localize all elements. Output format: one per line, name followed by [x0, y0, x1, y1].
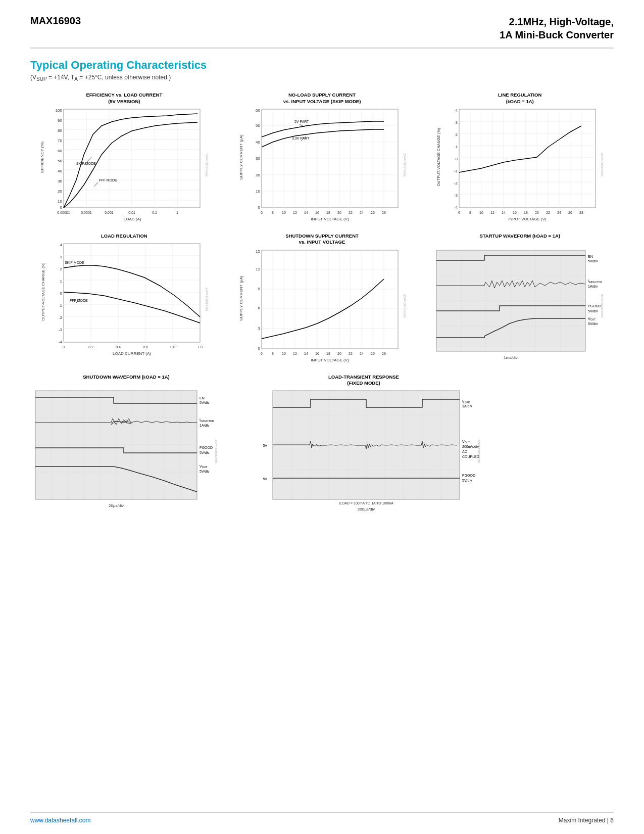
- svg-text:-3: -3: [59, 328, 63, 332]
- svg-text:EN: EN: [200, 396, 205, 400]
- svg-text:PGOOD: PGOOD: [200, 446, 213, 449]
- svg-text:24: 24: [557, 211, 561, 214]
- svg-text:3.3V PART: 3.3V PART: [292, 136, 310, 140]
- svg-text:0.0001: 0.0001: [81, 211, 92, 214]
- description: 2.1MHz, High-Voltage, 1A Mini-Buck Conve…: [500, 15, 614, 41]
- svg-text:12: 12: [490, 211, 494, 214]
- svg-text:0.6: 0.6: [143, 345, 148, 349]
- svg-text:14: 14: [304, 211, 308, 214]
- svg-text:26: 26: [568, 211, 572, 214]
- chart-startup-waveform: STARTUP WAVEFORM (IₗOAD = 1A) MAX16903 t…: [426, 233, 614, 364]
- svg-text:FFF MODE: FFF MODE: [99, 178, 117, 182]
- svg-text:22: 22: [349, 352, 353, 355]
- svg-text:5V/div: 5V/div: [588, 259, 598, 263]
- svg-text:SKIP MODE: SKIP MODE: [76, 162, 96, 165]
- startup-waveform-svg: MAX16903 toc06: [434, 248, 606, 364]
- svg-text:-1: -1: [454, 169, 458, 173]
- chart-startup-waveform-title: STARTUP WAVEFORM (IₗOAD = 1A): [479, 233, 560, 246]
- svg-text:0.2: 0.2: [88, 345, 93, 349]
- svg-text:200µs/div: 200µs/div: [358, 507, 375, 512]
- svg-text:OUTPUT-VOLTAGE CHANGE (%): OUTPUT-VOLTAGE CHANGE (%): [41, 262, 45, 321]
- svg-text:IINDUCTOR: IINDUCTOR: [588, 279, 603, 284]
- svg-text:INPUT VOLTAGE (V): INPUT VOLTAGE (V): [311, 358, 349, 362]
- svg-text:0.1: 0.1: [152, 211, 157, 214]
- svg-text:5V/div: 5V/div: [200, 401, 210, 404]
- svg-text:20: 20: [337, 211, 341, 214]
- svg-text:0: 0: [60, 291, 62, 296]
- svg-text:5V: 5V: [263, 444, 267, 447]
- svg-text:OUTPUT-VOLTAGE CHANGE (%): OUTPUT-VOLTAGE CHANGE (%): [436, 128, 441, 187]
- description-line1: 2.1MHz, High-Voltage,: [500, 15, 614, 28]
- section-title: Typical Operating Characteristics: [30, 59, 614, 72]
- svg-text:18: 18: [326, 211, 330, 214]
- svg-text:30: 30: [256, 156, 260, 161]
- no-load-chart-svg: MAX16903 toc02: [236, 107, 408, 223]
- svg-text:10: 10: [58, 199, 62, 204]
- svg-text:-1: -1: [59, 303, 63, 308]
- chart-shutdown-supply: SHUTDOWN SUPPLY CURRENT vs. INPUT VOLTAG…: [228, 233, 416, 364]
- svg-text:10: 10: [479, 211, 483, 214]
- svg-text:30: 30: [58, 179, 62, 183]
- svg-text:26: 26: [371, 211, 375, 214]
- svg-text:0.001: 0.001: [105, 211, 114, 214]
- svg-text:0: 0: [63, 345, 65, 349]
- svg-text:-4: -4: [59, 340, 63, 344]
- svg-text:16: 16: [513, 211, 517, 214]
- svg-text:-2: -2: [59, 315, 63, 320]
- svg-text:12: 12: [293, 352, 297, 355]
- chart-shutdown-waveform: SHUTDOWN WAVEFORM (IₗOAD = 1A) MAX16903 …: [30, 374, 222, 515]
- svg-text:8: 8: [272, 352, 274, 355]
- svg-text:LOAD CURRENT (A): LOAD CURRENT (A): [113, 351, 151, 356]
- svg-text:40: 40: [256, 140, 260, 145]
- svg-text:1: 1: [60, 279, 62, 284]
- svg-text:5V: 5V: [263, 477, 267, 481]
- svg-text:10: 10: [256, 189, 260, 194]
- svg-text:VOUT: VOUT: [200, 465, 207, 469]
- svg-text:60: 60: [58, 149, 62, 153]
- chart-shutdown-waveform-title: SHUTDOWN WAVEFORM (IₗOAD = 1A): [83, 374, 170, 387]
- svg-text:22: 22: [546, 211, 550, 214]
- svg-text:0.01: 0.01: [128, 211, 135, 214]
- svg-text:ILOAD: ILOAD: [462, 399, 470, 404]
- efficiency-chart-svg: MAX16903 toc01 100: [38, 107, 210, 223]
- svg-text:26: 26: [371, 352, 375, 355]
- svg-text:90: 90: [58, 118, 62, 123]
- footer-website[interactable]: www.datasheetall.com: [30, 817, 90, 824]
- svg-text:200mV/div: 200mV/div: [462, 445, 479, 448]
- footer: www.datasheetall.com Maxim Integrated | …: [30, 812, 614, 824]
- svg-text:1A/div: 1A/div: [588, 285, 598, 288]
- svg-text:VOUT: VOUT: [462, 440, 470, 444]
- svg-text:MAX16903 toc02: MAX16903 toc02: [403, 153, 406, 176]
- svg-text:28: 28: [382, 352, 386, 355]
- svg-text:12: 12: [256, 267, 260, 271]
- svg-text:MAX16903 toc01: MAX16903 toc01: [205, 153, 208, 176]
- svg-text:SUPPLY CURRENT (µA): SUPPLY CURRENT (µA): [239, 134, 243, 180]
- svg-text:15: 15: [256, 249, 260, 254]
- svg-text:MAX16903 toc04: MAX16903 toc04: [205, 288, 208, 311]
- svg-text:20: 20: [256, 173, 260, 177]
- svg-rect-40: [262, 109, 398, 208]
- svg-text:6: 6: [258, 306, 260, 310]
- svg-text:50: 50: [58, 159, 62, 163]
- page-container: MAX16903 2.1MHz, High-Voltage, 1A Mini-B…: [0, 0, 644, 545]
- svg-text:1A/div: 1A/div: [462, 404, 472, 408]
- svg-text:0: 0: [258, 205, 260, 210]
- svg-text:28: 28: [382, 211, 386, 214]
- svg-text:0.8: 0.8: [170, 345, 175, 349]
- svg-text:14: 14: [502, 211, 506, 214]
- svg-text:INPUT VOLTAGE (V): INPUT VOLTAGE (V): [508, 217, 547, 221]
- svg-text:EN: EN: [588, 255, 593, 258]
- svg-text:20: 20: [535, 211, 539, 214]
- svg-text:-4: -4: [454, 205, 458, 210]
- svg-text:INPUT VOLTAGE (V): INPUT VOLTAGE (V): [311, 217, 349, 221]
- line-reg-chart-svg: MAX16903 toc03: [434, 107, 606, 223]
- svg-text:IINDUCTOR: IINDUCTOR: [200, 418, 214, 423]
- svg-text:50: 50: [256, 123, 260, 128]
- svg-text:1ms/div: 1ms/div: [504, 355, 518, 360]
- charts-row-3: SHUTDOWN WAVEFORM (IₗOAD = 1A) MAX16903 …: [30, 374, 614, 515]
- svg-text:ILOAD (A): ILOAD (A): [122, 217, 141, 221]
- svg-text:40: 40: [58, 169, 62, 173]
- svg-text:-3: -3: [454, 193, 458, 198]
- svg-text:ILOAD = 100mA TO 1A TO 100mA: ILOAD = 100mA TO 1A TO 100mA: [339, 501, 393, 505]
- svg-text:4: 4: [456, 108, 458, 113]
